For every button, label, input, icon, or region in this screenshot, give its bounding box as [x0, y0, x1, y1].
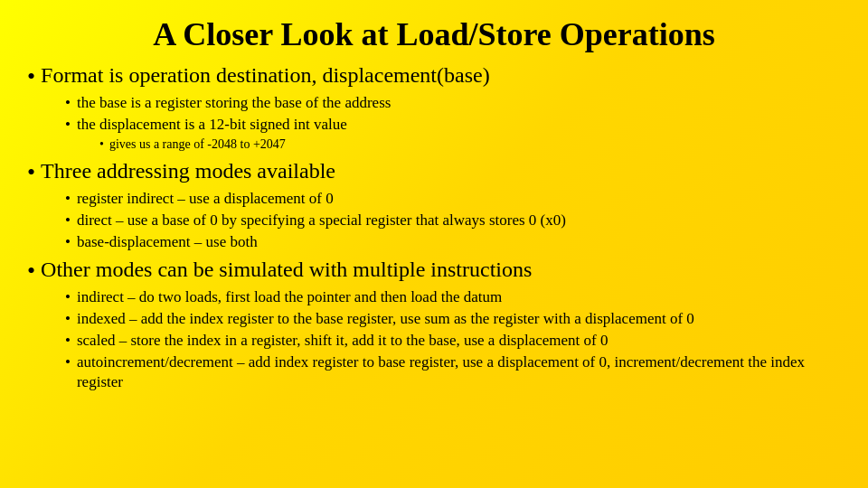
- bullet-other-modes: •: [27, 258, 35, 285]
- bullet-sub: •: [65, 352, 71, 372]
- other-modes-sub1-text: indirect – do two loads, first load the …: [77, 287, 502, 307]
- three-modes-sub2-text: direct – use a base of 0 by specifying a…: [77, 211, 566, 230]
- bullet-sub: •: [99, 136, 104, 153]
- bullet-sub: •: [65, 211, 71, 230]
- bullet-three-modes: •: [27, 159, 35, 186]
- other-modes-sub2: • indexed – add the index register to th…: [65, 309, 841, 329]
- three-modes-label: Three addressing modes available: [41, 158, 335, 184]
- other-modes-sub1: • indirect – do two loads, first load th…: [65, 287, 841, 307]
- three-modes-sub3-text: base-displacement – use both: [77, 232, 258, 252]
- bullet-sub: •: [65, 232, 71, 252]
- format-sub1: • the base is a register storing the bas…: [65, 93, 841, 113]
- format-sub1-text: the base is a register storing the base …: [77, 93, 391, 113]
- other-modes-label: Other modes can be simulated with multip…: [41, 257, 532, 283]
- slide-content: • Format is operation destination, displ…: [27, 62, 841, 392]
- bullet-sub: •: [65, 287, 71, 307]
- other-modes-sub3: • scaled – store the index in a register…: [65, 331, 841, 351]
- three-modes-sub2: • direct – use a base of 0 by specifying…: [65, 211, 841, 230]
- format-label: Format is operation destination, displac…: [41, 62, 490, 89]
- slide-title: A Closer Look at Load/Store Operations: [27, 16, 841, 53]
- three-modes-sub1-text: register indirect – use a displacement o…: [77, 189, 334, 209]
- other-modes-sub4-text: autoincrement/decrement – add index regi…: [77, 352, 841, 392]
- format-sub2-text: the displacement is a 12-bit signed int …: [77, 115, 347, 135]
- bullet-sub: •: [65, 93, 71, 113]
- section-three-modes: • Three addressing modes available • reg…: [27, 158, 841, 252]
- bullet-sub: •: [65, 309, 71, 329]
- bullet-format: •: [27, 63, 35, 90]
- section-other-modes: • Other modes can be simulated with mult…: [27, 257, 841, 392]
- three-modes-sub1: • register indirect – use a displacement…: [65, 189, 841, 209]
- bullet-sub: •: [65, 331, 71, 351]
- bullet-sub: •: [65, 115, 71, 135]
- format-sub2: • the displacement is a 12-bit signed in…: [65, 115, 841, 153]
- format-sub2-sub1-text: gives us a range of -2048 to +2047: [109, 136, 286, 153]
- other-modes-sub4: • autoincrement/decrement – add index re…: [65, 352, 841, 392]
- three-modes-sub3: • base-displacement – use both: [65, 232, 841, 252]
- format-sub2-sub1: • gives us a range of -2048 to +2047: [99, 136, 841, 153]
- section-format: • Format is operation destination, displ…: [27, 62, 841, 153]
- other-modes-sub3-text: scaled – store the index in a register, …: [77, 331, 609, 351]
- other-modes-sub2-text: indexed – add the index register to the …: [77, 309, 694, 329]
- bullet-sub: •: [65, 189, 71, 209]
